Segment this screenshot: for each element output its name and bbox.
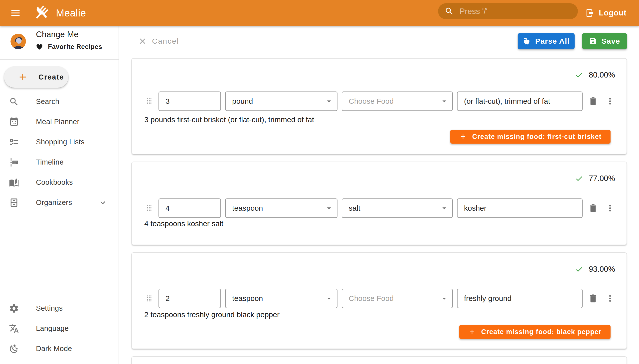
plus-icon bbox=[468, 328, 476, 336]
more-options-button[interactable] bbox=[603, 202, 616, 215]
trash-icon bbox=[588, 293, 598, 304]
more-options-button[interactable] bbox=[603, 95, 616, 108]
food-select[interactable] bbox=[342, 198, 453, 218]
check-icon bbox=[575, 71, 583, 79]
app-bar: Mealie Logout bbox=[0, 0, 639, 26]
create-missing-food-button[interactable]: Create missing food: black pepper bbox=[459, 325, 610, 339]
logout-button[interactable]: Logout bbox=[585, 5, 626, 21]
delete-button[interactable] bbox=[587, 95, 599, 108]
main-content: Cancel Parse All Save 80.00% bbox=[119, 26, 639, 364]
sidebar-item-meal-planner[interactable]: Meal Planner bbox=[0, 112, 119, 132]
food-select[interactable] bbox=[342, 92, 453, 111]
sidebar-item-settings[interactable]: Settings bbox=[0, 298, 119, 318]
create-button[interactable]: Create bbox=[4, 66, 68, 88]
ingredient-card bbox=[131, 356, 627, 364]
sidebar-footer: Settings Language Dark Mode bbox=[0, 298, 119, 359]
moon-icon bbox=[9, 344, 19, 354]
menu-icon bbox=[10, 8, 21, 18]
quantity-input[interactable] bbox=[159, 97, 221, 106]
create-missing-food-button[interactable]: Create missing food: first-cut brisket bbox=[450, 130, 610, 144]
food-select[interactable] bbox=[342, 289, 453, 308]
plus-icon bbox=[18, 72, 28, 82]
note-input[interactable] bbox=[458, 204, 582, 212]
calendar-icon bbox=[9, 117, 19, 127]
kebab-icon bbox=[605, 294, 615, 304]
timeline-icon bbox=[9, 157, 19, 167]
save-icon bbox=[589, 37, 597, 45]
checklist-icon bbox=[9, 137, 19, 147]
quantity-input[interactable] bbox=[159, 204, 221, 212]
create-label: Create bbox=[39, 73, 64, 81]
ingredient-fields-row bbox=[132, 198, 626, 218]
confidence-badge: 77.00% bbox=[575, 174, 615, 183]
gear-icon bbox=[9, 304, 19, 314]
sidebar-item-shopping-lists[interactable]: Shopping Lists bbox=[0, 132, 119, 152]
more-options-button[interactable] bbox=[603, 292, 616, 305]
original-ingredient-text: 4 teaspoons kosher salt bbox=[144, 220, 611, 228]
confidence-badge: 93.00% bbox=[575, 265, 615, 274]
avatar[interactable] bbox=[11, 34, 26, 49]
ingredient-fields-row bbox=[132, 92, 626, 111]
plus-icon bbox=[459, 133, 467, 140]
check-icon bbox=[575, 174, 583, 183]
sidebar: Change Me Favorite Recipes Create Search… bbox=[0, 26, 119, 364]
user-section[interactable]: Change Me Favorite Recipes bbox=[0, 26, 119, 60]
sidebar-item-cookbooks[interactable]: Cookbooks bbox=[0, 172, 119, 192]
apple-icon bbox=[523, 37, 531, 45]
logout-label: Logout bbox=[599, 8, 626, 18]
card-actions: Create missing food: first-cut brisket bbox=[450, 130, 610, 144]
note-input[interactable] bbox=[458, 97, 582, 106]
unit-select[interactable] bbox=[225, 92, 337, 111]
card-actions: Create missing food: black pepper bbox=[459, 325, 610, 339]
sidebar-item-search[interactable]: Search bbox=[0, 92, 119, 112]
parse-all-button[interactable]: Parse All bbox=[518, 33, 575, 49]
search-icon bbox=[445, 6, 454, 16]
quantity-input[interactable] bbox=[159, 294, 221, 303]
sidebar-nav: Search Meal Planner Shopping Lists Timel… bbox=[0, 92, 119, 213]
drag-handle-icon[interactable] bbox=[144, 292, 154, 304]
ingredient-card: 77.00% 4 teaspoons kosher salt bbox=[131, 162, 627, 245]
sidebar-item-organizers[interactable]: Organizers bbox=[0, 192, 119, 213]
book-icon bbox=[9, 178, 19, 188]
app-title: Mealie bbox=[56, 8, 86, 19]
unit-select[interactable] bbox=[225, 198, 337, 218]
search-icon bbox=[9, 97, 19, 107]
delete-button[interactable] bbox=[587, 292, 599, 305]
ingredient-card: 80.00% 3 pounds first-cut brisket (or fl… bbox=[131, 58, 627, 154]
original-ingredient-text: 2 teaspoons freshly ground black pepper bbox=[144, 310, 611, 319]
original-ingredient-text: 3 pounds first-cut brisket (or flat-cut)… bbox=[144, 116, 611, 124]
check-icon bbox=[575, 265, 583, 274]
user-name: Change Me bbox=[36, 30, 79, 39]
trash-icon bbox=[588, 203, 598, 214]
drag-handle-icon[interactable] bbox=[144, 95, 154, 107]
translate-icon bbox=[9, 324, 19, 334]
content-divider bbox=[132, 28, 627, 28]
trash-icon bbox=[588, 96, 598, 106]
global-search-input[interactable] bbox=[460, 7, 571, 16]
kebab-icon bbox=[605, 96, 615, 106]
confidence-badge: 80.00% bbox=[575, 70, 615, 80]
unit-select[interactable] bbox=[225, 289, 337, 308]
heart-icon bbox=[36, 44, 43, 50]
fork-knife-logo-icon bbox=[33, 5, 49, 21]
cancel-button[interactable]: Cancel bbox=[131, 33, 184, 49]
favorite-recipes-label: Favorite Recipes bbox=[48, 43, 102, 50]
cabinet-icon bbox=[9, 198, 19, 208]
logout-icon bbox=[585, 8, 595, 18]
parser-toolbar: Cancel Parse All Save bbox=[131, 32, 627, 50]
chevron-down-icon[interactable] bbox=[98, 198, 108, 208]
close-icon bbox=[138, 37, 147, 46]
global-search[interactable] bbox=[438, 3, 578, 19]
ingredient-card: 93.00% 2 teaspoons freshly ground black … bbox=[131, 252, 627, 349]
save-button[interactable]: Save bbox=[582, 33, 627, 49]
delete-button[interactable] bbox=[587, 202, 599, 215]
menu-button[interactable] bbox=[8, 5, 24, 21]
favorite-recipes-link[interactable]: Favorite Recipes bbox=[36, 43, 102, 50]
kebab-icon bbox=[605, 203, 615, 213]
sidebar-item-timeline[interactable]: Timeline bbox=[0, 152, 119, 172]
sidebar-item-dark-mode[interactable]: Dark Mode bbox=[0, 338, 119, 359]
ingredient-fields-row bbox=[132, 289, 626, 308]
sidebar-item-language[interactable]: Language bbox=[0, 318, 119, 338]
drag-handle-icon[interactable] bbox=[144, 202, 154, 214]
note-input[interactable] bbox=[458, 294, 582, 303]
